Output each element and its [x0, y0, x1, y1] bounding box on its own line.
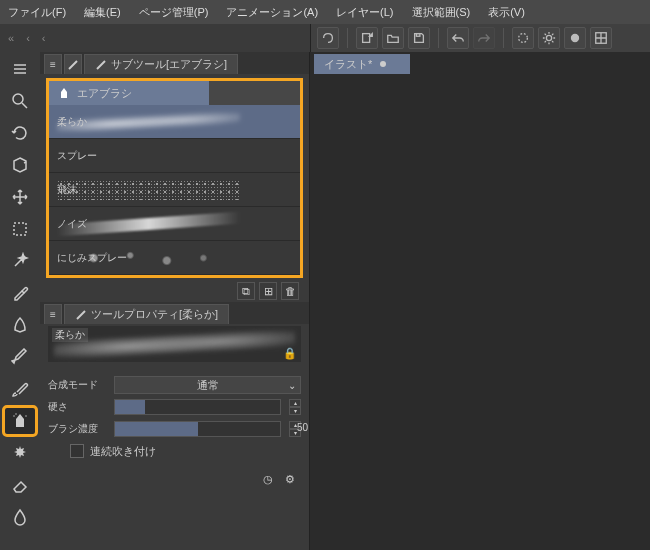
svg-rect-1	[416, 34, 420, 37]
tool-rotate[interactable]	[5, 120, 35, 146]
density-slider[interactable]: 50	[114, 421, 281, 437]
tool-eraser[interactable]	[5, 472, 35, 498]
menu-select[interactable]: 選択範囲(S)	[412, 5, 471, 20]
brush-list: 柔らか スプレー 飛沫 ノイズ にじみスプレー	[49, 105, 300, 275]
svg-rect-12	[61, 92, 67, 98]
prop-menu-icon[interactable]: ≡	[44, 304, 62, 324]
tool-pen[interactable]	[5, 312, 35, 338]
svg-point-10	[25, 415, 26, 416]
svg-rect-0	[363, 34, 370, 43]
svg-rect-8	[16, 419, 24, 427]
document-title: イラスト*	[324, 57, 372, 72]
loading-icon	[512, 27, 534, 49]
hardness-slider[interactable]	[114, 399, 281, 415]
svg-point-6	[13, 94, 23, 104]
brush-noise[interactable]: ノイズ	[49, 207, 300, 241]
open-btn[interactable]	[382, 27, 404, 49]
tool-blend[interactable]	[5, 504, 35, 530]
subtool-group-airbrush[interactable]: エアブラシ	[49, 81, 209, 105]
svg-point-3	[546, 35, 551, 40]
lock-icon[interactable]: 🔒	[283, 347, 297, 360]
command-bar	[310, 24, 650, 52]
new-subtool-btn[interactable]: ⊞	[259, 282, 277, 300]
tool-zoom[interactable]	[5, 88, 35, 114]
hardness-stepper[interactable]: ▴▾	[289, 399, 301, 415]
subtool-highlight-box: エアブラシ 柔らか スプレー 飛沫 ノイズ にじみスプレー	[46, 78, 303, 278]
menu-anim[interactable]: アニメーション(A)	[226, 5, 318, 20]
menu-edit[interactable]: 編集(E)	[84, 5, 121, 20]
redo-btn[interactable]	[473, 27, 495, 49]
menu-bar: ファイル(F) 編集(E) ページ管理(P) アニメーション(A) レイヤー(L…	[0, 0, 650, 24]
nav-back-icon[interactable]: ‹	[26, 32, 30, 44]
tool-move[interactable]	[5, 184, 35, 210]
undo-btn[interactable]	[447, 27, 469, 49]
tool-marquee[interactable]	[5, 216, 35, 242]
brush-splash[interactable]: 飛沫	[49, 173, 300, 207]
menu-view[interactable]: 表示(V)	[488, 5, 525, 20]
svg-point-4	[572, 35, 579, 42]
brush-blur-spray[interactable]: にじみスプレー	[49, 241, 300, 275]
brush-tab-icon[interactable]	[64, 54, 82, 74]
blend-mode-select[interactable]: 通常	[114, 376, 301, 394]
grid-icon[interactable]	[590, 27, 612, 49]
menu-page[interactable]: ページ管理(P)	[139, 5, 209, 20]
tool-palette	[0, 52, 40, 550]
menu-file[interactable]: ファイル(F)	[8, 5, 66, 20]
settings-icon[interactable]: ⚙	[281, 470, 299, 488]
new-doc-btn[interactable]	[356, 27, 378, 49]
tool-pencil[interactable]	[5, 344, 35, 370]
brush-soft[interactable]: 柔らか	[49, 105, 300, 139]
subtool-group-empty[interactable]	[209, 81, 300, 105]
record-icon[interactable]	[564, 27, 586, 49]
delete-subtool-btn[interactable]: 🗑	[281, 282, 299, 300]
tool-decoration[interactable]	[5, 440, 35, 466]
lasso-btn[interactable]	[317, 27, 339, 49]
subtool-tab[interactable]: サブツール[エアブラシ]	[84, 54, 238, 74]
history-icon[interactable]: ◷	[259, 470, 277, 488]
continuous-checkbox[interactable]	[70, 444, 84, 458]
toolproperty-tab[interactable]: ツールプロパティ[柔らか]	[64, 304, 229, 324]
unsaved-dot-icon	[380, 61, 386, 67]
subtool-panel: ≡ サブツール[エアブラシ] エアブラシ 柔らか スプレー 飛沫 ノイズ にじみ…	[40, 52, 310, 550]
tool-eyedropper[interactable]	[5, 280, 35, 306]
tool-brush[interactable]	[5, 376, 35, 402]
sun-icon[interactable]	[538, 27, 560, 49]
svg-point-11	[15, 413, 16, 414]
brush-spray[interactable]: スプレー	[49, 139, 300, 173]
tool-menu[interactable]	[5, 56, 35, 82]
svg-point-9	[13, 415, 14, 416]
density-label: ブラシ濃度	[48, 422, 108, 436]
canvas-area: イラスト*	[310, 52, 650, 550]
duplicate-subtool-btn[interactable]: ⧉	[237, 282, 255, 300]
tool-object[interactable]	[5, 152, 35, 178]
svg-point-2	[519, 34, 528, 43]
nav-collapse-icon[interactable]: «	[8, 32, 14, 44]
nav-up-icon[interactable]: ‹	[42, 32, 46, 44]
panel-menu-icon[interactable]: ≡	[44, 54, 62, 74]
document-tab[interactable]: イラスト*	[314, 54, 410, 74]
panel-nav: « ‹ ‹	[0, 24, 310, 52]
airbrush-icon	[57, 86, 71, 100]
tool-wand[interactable]	[5, 248, 35, 274]
menu-layer[interactable]: レイヤー(L)	[336, 5, 393, 20]
tool-airbrush[interactable]	[5, 408, 35, 434]
blend-mode-label: 合成モード	[48, 378, 108, 392]
save-btn[interactable]	[408, 27, 430, 49]
svg-rect-7	[14, 223, 26, 235]
hardness-label: 硬さ	[48, 400, 108, 414]
brush-preview: 柔らか 🔒	[48, 326, 301, 362]
continuous-label: 連続吹き付け	[90, 444, 156, 459]
